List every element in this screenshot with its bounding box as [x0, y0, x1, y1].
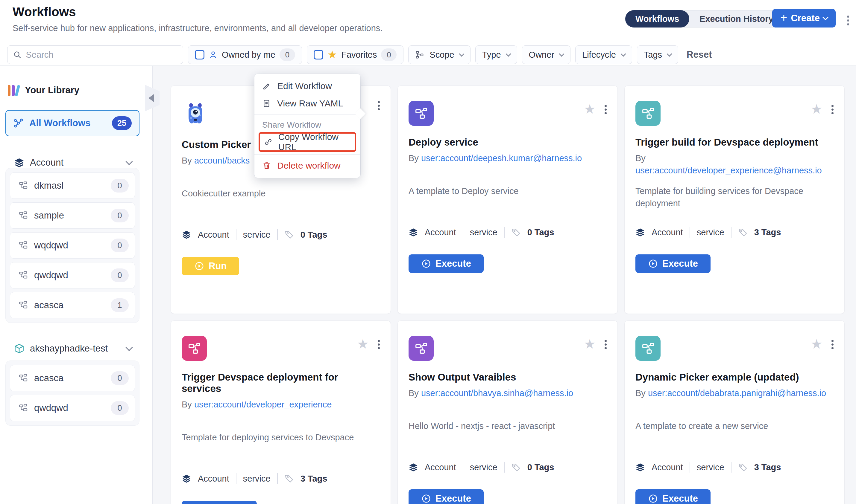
sidebar-item-dkmasl[interactable]: dkmasl 0 [10, 173, 135, 199]
lifecycle-label: Lifecycle [582, 50, 616, 60]
reset-filters-button[interactable]: Reset [687, 46, 712, 64]
scope-icon [415, 50, 424, 59]
search-icon [13, 50, 21, 59]
tag-icon [738, 463, 748, 472]
sidebar-item-wqdqwd[interactable]: wqdqwd 0 [10, 232, 135, 258]
card-type: service [243, 230, 271, 240]
card-description: Template for building services for Devsp… [635, 185, 834, 210]
favorites-checkbox[interactable] [314, 50, 323, 59]
card-title: Dynamic Picker example (updated) [635, 372, 834, 383]
card-kebab-menu-icon[interactable] [604, 341, 607, 347]
execute-button[interactable]: Execute [635, 254, 711, 273]
owner-link[interactable]: user:account/debabrata.panigrahi@harness… [648, 388, 826, 398]
flow-item-icon [19, 211, 28, 220]
tag-icon [284, 230, 294, 239]
card-scope: Account [198, 474, 229, 484]
owned-by-me-filter[interactable]: Owned by me 0 [188, 46, 302, 64]
execute-button[interactable]: Execute [409, 254, 484, 273]
owner-link[interactable]: user:account/bhavya.sinha@harness.io [421, 388, 573, 398]
card-kebab-menu-icon[interactable] [378, 103, 380, 108]
card-kebab-menu-icon[interactable] [378, 341, 380, 347]
group-account-items: dkmasl 0 sample 0 wqdqwd 0 qwdqwd [5, 168, 139, 323]
execute-button[interactable]: Execute [635, 489, 711, 504]
item-count-badge: 0 [111, 238, 129, 252]
favorite-star-icon[interactable]: ★ [811, 338, 822, 350]
group-akshayphadke-test-items: acasca 0 qwdqwd 0 [5, 361, 139, 426]
search-input[interactable] [26, 50, 177, 60]
page-title: Workflows [13, 5, 76, 19]
sidebar-item-acasca[interactable]: acasca 1 [10, 292, 135, 318]
view-toggle: Workflows Execution History [625, 10, 784, 28]
card-title: Trigger build for Devspace deployment [635, 137, 834, 148]
workflow-tile-icon [635, 336, 661, 361]
sidebar-group-account[interactable]: Account [14, 157, 139, 168]
owner-link[interactable]: user:account/deepesh.kumar@harness.io [421, 154, 582, 163]
sidebar-item-all-workflows[interactable]: All Workflows 25 [5, 110, 139, 136]
play-icon [194, 261, 204, 271]
sidebar-item-qwdqwd[interactable]: qwdqwd 0 [10, 262, 135, 288]
sidebar-item-qwdqwd-2[interactable]: qwdqwd 0 [10, 395, 135, 421]
group-akshayphadke-test-label: akshayphadke-test [30, 343, 121, 354]
sidebar-item-sample[interactable]: sample 0 [10, 202, 135, 229]
workflow-card-dynamic-picker-example: ★ Dynamic Picker example (updated) By us… [624, 321, 845, 504]
flow-item-icon [19, 403, 28, 413]
favorite-star-icon[interactable]: ★ [811, 103, 822, 116]
card-kebab-menu-icon[interactable] [832, 341, 834, 347]
menu-item-delete-workflow[interactable]: Delete workflow [254, 157, 360, 174]
owned-by-me-label: Owned by me [222, 50, 275, 60]
type-dropdown[interactable]: Type [475, 46, 517, 64]
card-description: Cookiecutter example [182, 187, 380, 213]
owner-dropdown[interactable]: Owner [522, 46, 570, 64]
tab-execution-history[interactable]: Execution History [689, 10, 784, 28]
owned-by-me-checkbox[interactable] [195, 50, 204, 59]
card-scope: Account [425, 228, 456, 237]
header-overflow-menu-icon[interactable] [847, 17, 849, 23]
card-owner-line: By user:account/developer_experience [182, 398, 380, 424]
menu-item-copy-workflow-url[interactable]: Copy Workflow URL [260, 133, 355, 150]
tab-workflows[interactable]: Workflows [625, 10, 689, 28]
execute-button[interactable]: Execute [182, 501, 257, 504]
workflow-tile-icon [635, 101, 661, 126]
sidebar-group-akshayphadke-test[interactable]: akshayphadke-test [14, 343, 139, 354]
filter-bar: Owned by me 0 ★ Favorites 0 Scope Type O… [0, 46, 856, 66]
workflow-card-deploy-service: ★ Deploy service By user:account/deepesh… [397, 86, 618, 314]
lifecycle-dropdown[interactable]: Lifecycle [575, 46, 632, 64]
card-type: service [697, 463, 724, 472]
play-icon [648, 493, 658, 504]
card-title: Trigger Devspace deployment for services [182, 372, 380, 394]
favorite-star-icon[interactable]: ★ [584, 103, 596, 116]
monster-avatar [182, 101, 209, 128]
owner-link[interactable]: user:account/developer_experience@harnes… [635, 166, 822, 175]
workflow-tile-icon [182, 336, 207, 361]
favorite-star-icon[interactable]: ★ [357, 338, 369, 350]
menu-item-edit-workflow[interactable]: Edit Workflow [254, 77, 360, 95]
card-tags: 3 Tags [301, 474, 327, 484]
card-owner-line: By user:account/bhavya.sinha@harness.io [409, 387, 607, 412]
sidebar-item-acasca-2[interactable]: acasca 0 [10, 365, 135, 391]
play-icon [421, 493, 431, 504]
card-kebab-menu-icon[interactable] [604, 106, 607, 112]
favorite-star-icon[interactable]: ★ [584, 338, 596, 350]
run-button[interactable]: Run [182, 257, 239, 275]
card-tags: 0 Tags [527, 228, 554, 237]
library-sidebar: Your Library All Workflows 25 Account dk… [0, 66, 153, 504]
flow-item-icon [19, 373, 28, 383]
card-tags: 0 Tags [301, 230, 327, 240]
create-button[interactable]: + Create [772, 9, 836, 28]
owner-link[interactable]: account/backs [194, 156, 250, 165]
library-icon [8, 84, 19, 96]
layers-icon [635, 228, 645, 237]
favorites-count: 0 [381, 49, 397, 61]
card-kebab-menu-icon[interactable] [832, 106, 834, 112]
owner-link[interactable]: user:account/developer_experience [194, 400, 332, 409]
menu-item-view-raw-yaml[interactable]: View Raw YAML [254, 95, 360, 112]
search-box[interactable] [7, 46, 183, 64]
menu-divider [254, 154, 360, 155]
execute-button[interactable]: Execute [409, 489, 484, 504]
scope-dropdown[interactable]: Scope [408, 46, 470, 64]
favorites-filter[interactable]: ★ Favorites 0 [307, 46, 404, 64]
flow-item-icon [19, 241, 28, 250]
tags-dropdown[interactable]: Tags [637, 46, 678, 64]
user-icon [209, 50, 218, 59]
owner-label: Owner [529, 50, 554, 60]
